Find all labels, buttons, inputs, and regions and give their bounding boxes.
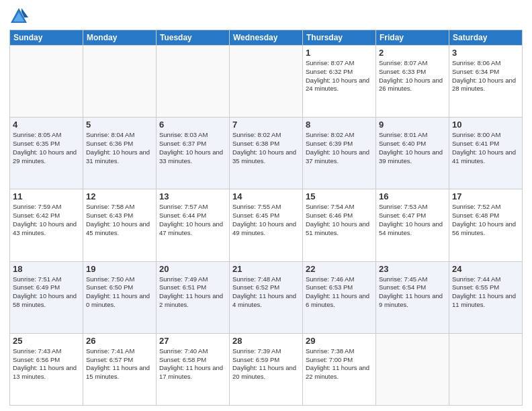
weekday-header-sunday: Sunday (10, 30, 83, 46)
calendar-day: 11Sunrise: 7:59 AM Sunset: 6:42 PM Dayli… (10, 189, 83, 261)
calendar-day: 28Sunrise: 7:39 AM Sunset: 6:59 PM Dayli… (230, 333, 303, 405)
calendar-day: 29Sunrise: 7:38 AM Sunset: 7:00 PM Dayli… (303, 333, 376, 405)
calendar-day: 19Sunrise: 7:50 AM Sunset: 6:50 PM Dayli… (83, 261, 157, 333)
day-info: Sunrise: 7:59 AM Sunset: 6:42 PM Dayligh… (13, 203, 80, 237)
weekday-header-thursday: Thursday (303, 30, 376, 46)
day-info: Sunrise: 7:45 AM Sunset: 6:54 PM Dayligh… (379, 275, 446, 310)
day-number: 28 (232, 336, 300, 346)
day-number: 4 (13, 120, 80, 130)
day-number: 26 (86, 336, 153, 346)
day-info: Sunrise: 7:52 AM Sunset: 6:48 PM Dayligh… (452, 203, 519, 237)
calendar-day: 2Sunrise: 8:07 AM Sunset: 6:33 PM Daylig… (376, 46, 449, 118)
day-number: 29 (306, 336, 373, 346)
day-info: Sunrise: 7:49 AM Sunset: 6:51 PM Dayligh… (159, 275, 226, 310)
day-info: Sunrise: 7:55 AM Sunset: 6:45 PM Dayligh… (232, 203, 300, 237)
day-number: 9 (379, 120, 446, 130)
calendar-week-4: 18Sunrise: 7:51 AM Sunset: 6:49 PM Dayli… (10, 261, 523, 333)
day-number: 2 (379, 48, 446, 58)
day-number: 10 (452, 120, 519, 130)
day-number: 24 (452, 264, 519, 274)
calendar-week-1: 1Sunrise: 8:07 AM Sunset: 6:32 PM Daylig… (10, 46, 523, 118)
calendar-day: 4Sunrise: 8:05 AM Sunset: 6:35 PM Daylig… (10, 118, 83, 189)
day-number: 12 (86, 191, 153, 201)
day-number: 25 (13, 336, 80, 346)
day-info: Sunrise: 7:40 AM Sunset: 6:58 PM Dayligh… (159, 347, 226, 381)
weekday-header-saturday: Saturday (449, 30, 523, 46)
weekday-header-monday: Monday (83, 30, 157, 46)
day-info: Sunrise: 8:04 AM Sunset: 6:36 PM Dayligh… (86, 131, 153, 165)
day-info: Sunrise: 8:07 AM Sunset: 6:32 PM Dayligh… (306, 59, 373, 93)
calendar-day: 15Sunrise: 7:54 AM Sunset: 6:46 PM Dayli… (303, 189, 376, 261)
day-info: Sunrise: 7:58 AM Sunset: 6:43 PM Dayligh… (86, 203, 153, 237)
day-number: 21 (232, 264, 300, 274)
weekday-header-wednesday: Wednesday (230, 30, 303, 46)
day-info: Sunrise: 7:51 AM Sunset: 6:49 PM Dayligh… (13, 275, 80, 310)
day-number: 1 (306, 48, 373, 58)
calendar-day: 20Sunrise: 7:49 AM Sunset: 6:51 PM Dayli… (157, 261, 230, 333)
calendar-day: 24Sunrise: 7:44 AM Sunset: 6:55 PM Dayli… (449, 261, 523, 333)
calendar-day: 8Sunrise: 8:02 AM Sunset: 6:39 PM Daylig… (303, 118, 376, 189)
weekday-header-tuesday: Tuesday (157, 30, 230, 46)
calendar-day: 12Sunrise: 7:58 AM Sunset: 6:43 PM Dayli… (83, 189, 157, 261)
calendar-day: 26Sunrise: 7:41 AM Sunset: 6:57 PM Dayli… (83, 333, 157, 405)
day-info: Sunrise: 8:07 AM Sunset: 6:33 PM Dayligh… (379, 59, 446, 93)
day-info: Sunrise: 7:39 AM Sunset: 6:59 PM Dayligh… (232, 347, 300, 381)
day-info: Sunrise: 7:41 AM Sunset: 6:57 PM Dayligh… (86, 347, 153, 381)
day-info: Sunrise: 8:05 AM Sunset: 6:35 PM Dayligh… (13, 131, 80, 165)
day-number: 22 (306, 264, 373, 274)
day-info: Sunrise: 7:48 AM Sunset: 6:52 PM Dayligh… (232, 275, 300, 310)
day-number: 5 (86, 120, 153, 130)
day-info: Sunrise: 7:57 AM Sunset: 6:44 PM Dayligh… (159, 203, 226, 237)
day-number: 8 (306, 120, 373, 130)
calendar-week-2: 4Sunrise: 8:05 AM Sunset: 6:35 PM Daylig… (10, 118, 523, 189)
day-info: Sunrise: 7:44 AM Sunset: 6:55 PM Dayligh… (452, 275, 519, 310)
logo (9, 7, 31, 26)
day-info: Sunrise: 7:43 AM Sunset: 6:56 PM Dayligh… (13, 347, 80, 381)
day-info: Sunrise: 8:03 AM Sunset: 6:37 PM Dayligh… (159, 131, 226, 165)
day-number: 18 (13, 264, 80, 274)
calendar-day: 16Sunrise: 7:53 AM Sunset: 6:47 PM Dayli… (376, 189, 449, 261)
calendar-day (230, 46, 303, 118)
day-number: 7 (232, 120, 300, 130)
day-info: Sunrise: 7:38 AM Sunset: 7:00 PM Dayligh… (306, 347, 373, 381)
day-number: 3 (452, 48, 519, 58)
day-number: 15 (306, 191, 373, 201)
calendar-day: 21Sunrise: 7:48 AM Sunset: 6:52 PM Dayli… (230, 261, 303, 333)
calendar-day: 23Sunrise: 7:45 AM Sunset: 6:54 PM Dayli… (376, 261, 449, 333)
day-info: Sunrise: 7:54 AM Sunset: 6:46 PM Dayligh… (306, 203, 373, 237)
day-info: Sunrise: 7:53 AM Sunset: 6:47 PM Dayligh… (379, 203, 446, 237)
day-number: 19 (86, 264, 153, 274)
day-number: 23 (379, 264, 446, 274)
day-number: 16 (379, 191, 446, 201)
calendar-day: 3Sunrise: 8:06 AM Sunset: 6:34 PM Daylig… (449, 46, 523, 118)
day-number: 6 (159, 120, 226, 130)
day-info: Sunrise: 8:01 AM Sunset: 6:40 PM Dayligh… (379, 131, 446, 165)
calendar-header-row: SundayMondayTuesdayWednesdayThursdayFrid… (10, 30, 523, 46)
day-number: 17 (452, 191, 519, 201)
logo-icon (9, 7, 28, 26)
day-info: Sunrise: 8:02 AM Sunset: 6:39 PM Dayligh… (306, 131, 373, 165)
calendar-day: 7Sunrise: 8:02 AM Sunset: 6:38 PM Daylig… (230, 118, 303, 189)
calendar-day: 14Sunrise: 7:55 AM Sunset: 6:45 PM Dayli… (230, 189, 303, 261)
day-info: Sunrise: 8:06 AM Sunset: 6:34 PM Dayligh… (452, 59, 519, 93)
calendar-day: 25Sunrise: 7:43 AM Sunset: 6:56 PM Dayli… (10, 333, 83, 405)
day-number: 27 (159, 336, 226, 346)
calendar-day (376, 333, 449, 405)
day-info: Sunrise: 8:00 AM Sunset: 6:41 PM Dayligh… (452, 131, 519, 165)
calendar-day: 27Sunrise: 7:40 AM Sunset: 6:58 PM Dayli… (157, 333, 230, 405)
page: SundayMondayTuesdayWednesdayThursdayFrid… (0, 0, 532, 411)
calendar-week-3: 11Sunrise: 7:59 AM Sunset: 6:42 PM Dayli… (10, 189, 523, 261)
calendar-day (83, 46, 157, 118)
calendar-day: 1Sunrise: 8:07 AM Sunset: 6:32 PM Daylig… (303, 46, 376, 118)
calendar-day: 13Sunrise: 7:57 AM Sunset: 6:44 PM Dayli… (157, 189, 230, 261)
calendar-day: 10Sunrise: 8:00 AM Sunset: 6:41 PM Dayli… (449, 118, 523, 189)
calendar-day: 5Sunrise: 8:04 AM Sunset: 6:36 PM Daylig… (83, 118, 157, 189)
calendar-day: 18Sunrise: 7:51 AM Sunset: 6:49 PM Dayli… (10, 261, 83, 333)
weekday-header-friday: Friday (376, 30, 449, 46)
day-info: Sunrise: 7:50 AM Sunset: 6:50 PM Dayligh… (86, 275, 153, 310)
day-info: Sunrise: 7:46 AM Sunset: 6:53 PM Dayligh… (306, 275, 373, 310)
calendar-day (157, 46, 230, 118)
calendar-day (449, 333, 523, 405)
calendar-day: 9Sunrise: 8:01 AM Sunset: 6:40 PM Daylig… (376, 118, 449, 189)
calendar-week-5: 25Sunrise: 7:43 AM Sunset: 6:56 PM Dayli… (10, 333, 523, 405)
